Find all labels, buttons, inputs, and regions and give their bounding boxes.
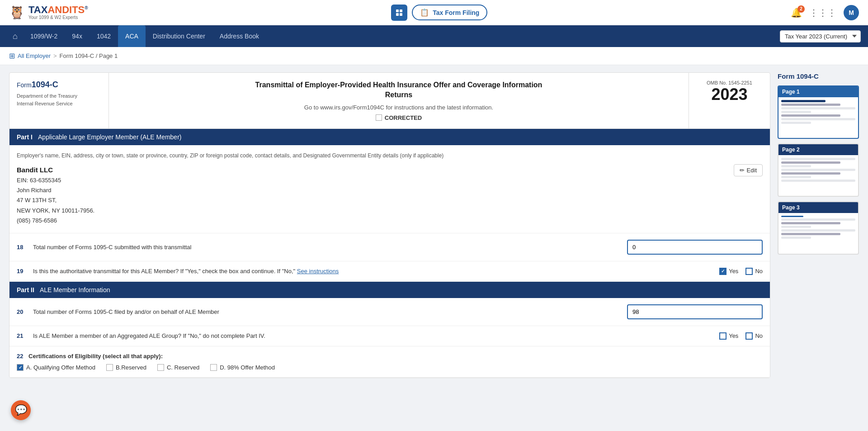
nav-label-1042: 1042	[97, 33, 111, 40]
row20-number: 20	[17, 308, 28, 315]
thumb-line-17	[781, 226, 811, 228]
svg-rect-0	[396, 9, 399, 12]
logo-text: TAXANDITS® Your 1099 & W2 Experts	[28, 5, 88, 20]
breadcrumb-grid-icon: ⊞	[9, 52, 15, 60]
nav-label-distribution: Distribution Center	[153, 33, 205, 40]
employer-addr1: 47 W 13TH ST,	[17, 195, 94, 205]
thumb-line-5	[781, 114, 840, 117]
page-thumb-2[interactable]: Page 2	[778, 143, 859, 197]
row21-description: Is ALE Member a member of an Aggregated …	[33, 332, 714, 339]
nav-label-1099w2: 1099/W-2	[30, 33, 57, 40]
corrected-area: CORRECTED	[116, 114, 681, 121]
form-row-22: 22 Certifications of Eligibility (select…	[9, 346, 770, 378]
employer-contact: John Richard	[17, 185, 94, 195]
row21-yes-label[interactable]: Yes	[719, 332, 738, 340]
breadcrumb-all-employer-link[interactable]: All Employer	[18, 52, 51, 59]
nav-item-94x[interactable]: 94x	[65, 25, 90, 47]
form-subtitle: Go to www.irs.gov/Form1094C for instruct…	[116, 104, 681, 111]
form-row-20: 20 Total number of Forms 1095-C filed by…	[9, 298, 770, 326]
cert-checkbox-b[interactable]	[106, 364, 113, 371]
notification-badge: 2	[797, 5, 805, 13]
cert-option-c[interactable]: C. Reserved	[157, 364, 199, 371]
header-right: 🔔 2 ⋮⋮⋮ M	[791, 5, 859, 20]
row19-instructions-link[interactable]: See instructions	[297, 268, 339, 275]
logo-owl-icon: 🦉	[9, 5, 25, 20]
nav-item-aca[interactable]: ACA	[118, 25, 146, 47]
row21-no-label[interactable]: No	[745, 332, 763, 340]
row19-yes-label[interactable]: ✓ Yes	[719, 268, 738, 275]
row22-description: Certifications of Eligibility (select al…	[28, 353, 163, 360]
form-row-19: 19 Is this the authoritative transmittal…	[9, 261, 770, 282]
cert-checkbox-d[interactable]	[210, 364, 217, 371]
employer-name: Bandit LLC	[17, 164, 94, 176]
page-thumb-3[interactable]: Page 3	[778, 201, 859, 255]
home-icon: ⌂	[13, 32, 18, 41]
nav-label-aca: ACA	[125, 33, 138, 40]
cert-option-a[interactable]: ✓ A. Qualifying Offer Method	[17, 364, 95, 371]
cert-label-d: D. 98% Offer Method	[220, 364, 275, 371]
corrected-label: CORRECTED	[385, 114, 422, 121]
part2-title: ALE Member Information	[40, 286, 110, 294]
cert-label-c: C. Reserved	[167, 364, 199, 371]
thumb-line-6	[781, 118, 855, 120]
cert-option-d[interactable]: D. 98% Offer Method	[210, 364, 275, 371]
thumb-line-7	[781, 122, 811, 124]
employer-details: Bandit LLC EIN: 63-6355345 John Richard …	[17, 164, 94, 226]
row19-no-label[interactable]: No	[745, 268, 763, 275]
notification-button[interactable]: 🔔 2	[791, 7, 802, 18]
home-nav-button[interactable]: ⌂	[7, 32, 23, 41]
thumb-line-2	[781, 104, 840, 106]
apps-icon: ⋮⋮⋮	[809, 8, 836, 18]
nav-item-addressbook[interactable]: Address Book	[212, 25, 266, 47]
cert-option-b[interactable]: B.Reserved	[106, 364, 146, 371]
nav-item-distribution[interactable]: Distribution Center	[146, 25, 212, 47]
edit-label: Edit	[747, 167, 757, 174]
page-thumb-1[interactable]: Page 1	[778, 85, 859, 139]
thumb-line-15	[781, 218, 855, 221]
page-sidebar: Form 1094-C Page 1 Page 2	[778, 72, 859, 378]
row19-checkbox-group: ✓ Yes No	[719, 268, 763, 275]
cert-check-a: ✓	[19, 365, 22, 370]
apps-grid-button[interactable]: ⋮⋮⋮	[809, 7, 836, 18]
row20-description: Total number of Forms 1095-C filed by an…	[33, 308, 622, 315]
nav-item-1042[interactable]: 1042	[90, 25, 118, 47]
thumb-line-3	[781, 107, 855, 109]
cert-checkbox-c[interactable]	[157, 364, 164, 371]
tax-form-label: Tax Form Filing	[433, 9, 479, 16]
thumb-line-12	[781, 172, 840, 175]
row19-no-text: No	[755, 268, 763, 275]
row18-input[interactable]: 0	[627, 240, 763, 255]
main-layout: Form1094-C Department of the Treasury In…	[0, 65, 868, 385]
page2-thumb-body	[778, 155, 858, 196]
row19-yes-checkbox[interactable]: ✓	[719, 268, 726, 275]
part1-label: Part I	[17, 133, 33, 141]
thumb-line-8	[781, 158, 855, 160]
breadcrumb: ⊞ All Employer > Form 1094-C / Page 1	[0, 47, 868, 65]
form-row-21: 21 Is ALE Member a member of an Aggregat…	[9, 326, 770, 346]
form-prefix: Form	[17, 81, 32, 89]
svg-rect-2	[396, 13, 399, 16]
page1-thumb-header: Page 1	[778, 86, 858, 97]
tax-year-select[interactable]: Tax Year 2023 (Current)	[780, 30, 861, 43]
page3-thumb-header: Page 3	[778, 202, 858, 213]
nav-right: Tax Year 2023 (Current)	[780, 30, 861, 43]
cert-checkbox-a[interactable]: ✓	[17, 364, 24, 371]
tax-form-filing-button[interactable]: 📋 Tax Form Filing	[412, 5, 487, 20]
row21-no-checkbox[interactable]	[745, 332, 753, 340]
grid-icon-button[interactable]	[391, 5, 407, 21]
corrected-checkbox[interactable]	[376, 114, 382, 121]
breadcrumb-separator: >	[53, 52, 57, 59]
thumb-line-4	[781, 111, 811, 113]
thumb-line-1	[781, 100, 826, 102]
row20-input[interactable]	[627, 304, 763, 319]
form-header-center: Transmittal of Employer-Provided Health …	[109, 73, 689, 128]
row21-yes-checkbox[interactable]	[719, 332, 726, 340]
svg-rect-3	[400, 13, 402, 16]
row22-number: 22	[17, 353, 23, 360]
nav-item-1099w2[interactable]: 1099/W-2	[23, 25, 65, 47]
edit-employer-button[interactable]: ✏ Edit	[734, 164, 763, 176]
row19-no-checkbox[interactable]	[745, 268, 753, 275]
user-avatar-button[interactable]: M	[844, 5, 859, 20]
page2-thumb-header: Page 2	[778, 144, 858, 155]
form-year: 2023	[696, 85, 763, 104]
